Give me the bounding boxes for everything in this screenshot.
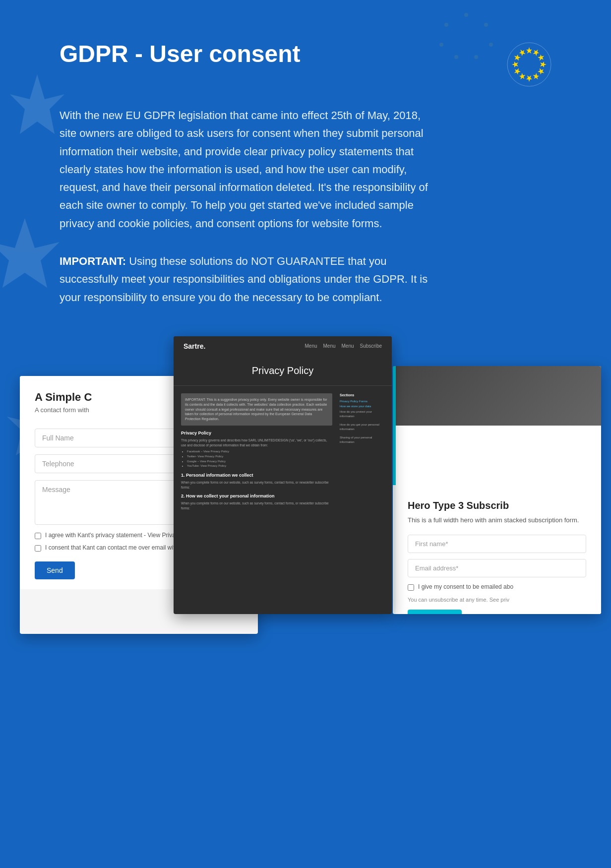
policy-section-title-1: Privacy Policy	[181, 431, 332, 435]
svg-marker-14	[526, 75, 532, 82]
top-bar-logo: Sartre.	[183, 342, 205, 350]
content-area: GDPR - User consent	[0, 0, 611, 624]
eu-flag-logo	[507, 42, 551, 87]
policy-link-twitter[interactable]: Twitter- View Privacy Policy	[187, 454, 332, 459]
policy-links-list: Facebook – View Privacy Policy Twitter- …	[181, 449, 332, 468]
policy-sidebar: Sections Privacy Policy Forms How we sto…	[340, 393, 384, 513]
policy-section-text-3: When you complete forms on our website, …	[181, 501, 332, 511]
hero-title: Hero Type 3 Subscrib	[408, 500, 586, 511]
policy-link-facebook[interactable]: Facebook – View Privacy Policy	[187, 449, 332, 454]
svg-marker-13	[532, 72, 541, 81]
hero-content: Hero Type 3 Subscrib This is a full widt…	[393, 485, 601, 614]
sign-up-button[interactable]: Sign Up	[408, 610, 462, 614]
svg-marker-15	[518, 72, 526, 81]
policy-section-title-3: 2. How we collect your personal informat…	[181, 494, 332, 498]
important-label: IMPORTANT:	[60, 255, 126, 267]
sidebar-text-3: Sharing of your personal information	[340, 435, 384, 444]
svg-marker-16	[513, 67, 521, 76]
policy-content: IMPORTANT: This is a suggestive privacy …	[174, 386, 392, 520]
consent-checkbox[interactable]	[35, 545, 41, 552]
header-row: GDPR - User consent	[60, 40, 551, 87]
nav-item-2[interactable]: Menu	[323, 343, 336, 349]
sidebar-link-2[interactable]: How we store your data	[340, 405, 384, 408]
policy-link-youtube[interactable]: YouTube- View Privacy Policy	[187, 464, 332, 469]
svg-marker-18	[513, 53, 521, 62]
policy-main: IMPORTANT: This is a suggestive privacy …	[181, 393, 332, 513]
nav-item-1[interactable]: Menu	[305, 343, 317, 349]
subscribe-btn-nav[interactable]: Subscribe	[360, 343, 382, 349]
hero-subscribe-screenshot: Hero Type 3 Subscrib This is a full widt…	[393, 366, 601, 614]
svg-marker-9	[532, 48, 541, 57]
unsubscribe-text: You can unsubscribe at any time. See pri…	[408, 597, 586, 603]
top-bar: Sartre. Menu Menu Menu Subscribe	[174, 336, 392, 356]
policy-link-google[interactable]: Google – View Privacy Policy	[187, 459, 332, 464]
sidebar-text-1: How do you protect your information	[340, 410, 384, 419]
main-container: GDPR - User consent	[0, 0, 611, 868]
svg-marker-12	[537, 67, 546, 76]
privacy-policy-screenshot: Sartre. Menu Menu Menu Subscribe Privacy…	[174, 336, 392, 614]
important-text: IMPORTANT: Using these solutions do NOT …	[60, 252, 436, 307]
policy-section-text-1: This privacy policy governs and describe…	[181, 438, 332, 448]
policy-section-text-2: When you complete forms on our website, …	[181, 480, 332, 490]
policy-important-text: IMPORTANT: This is a suggestive privacy …	[185, 397, 328, 422]
subscribe-consent-label: I give my consent to be emailed abo	[418, 583, 513, 590]
privacy-policy-title: Privacy Policy	[174, 356, 392, 386]
svg-marker-10	[537, 53, 546, 62]
consent-checkbox-label: I consent that Kant can contact me over …	[45, 544, 195, 551]
sidebar-text-2: How do you get your personal information	[340, 423, 384, 432]
policy-section-title-2: 1. Personal information we collect	[181, 473, 332, 478]
nav-item-3[interactable]: Menu	[342, 343, 354, 349]
hero-subtitle: This is a full width hero with anim stac…	[408, 515, 586, 525]
page-title: GDPR - User consent	[60, 40, 300, 68]
subscribe-consent-checkbox[interactable]	[408, 584, 414, 591]
intro-text: With the new EU GDPR legislation that ca…	[60, 107, 436, 233]
top-bar-nav: Menu Menu Menu Subscribe	[305, 343, 382, 349]
email-subscribe-field[interactable]: Email address*	[408, 559, 586, 577]
subscribe-consent-row: I give my consent to be emailed abo	[408, 583, 586, 591]
svg-marker-19	[518, 48, 526, 57]
privacy-checkbox[interactable]	[35, 533, 41, 539]
send-button[interactable]: Send	[35, 561, 75, 579]
svg-marker-17	[512, 62, 518, 67]
svg-marker-8	[526, 47, 532, 54]
sidebar-link-1[interactable]: Privacy Policy Forms	[340, 400, 384, 403]
policy-important-box: IMPORTANT: This is a suggestive privacy …	[181, 393, 332, 426]
svg-marker-11	[540, 62, 547, 67]
screenshots-area: A Simple C A contact form with Full Name…	[60, 336, 551, 624]
hero-image-area	[393, 366, 601, 426]
first-name-subscribe-field[interactable]: First name*	[408, 535, 586, 553]
sidebar-title: Sections	[340, 393, 384, 397]
